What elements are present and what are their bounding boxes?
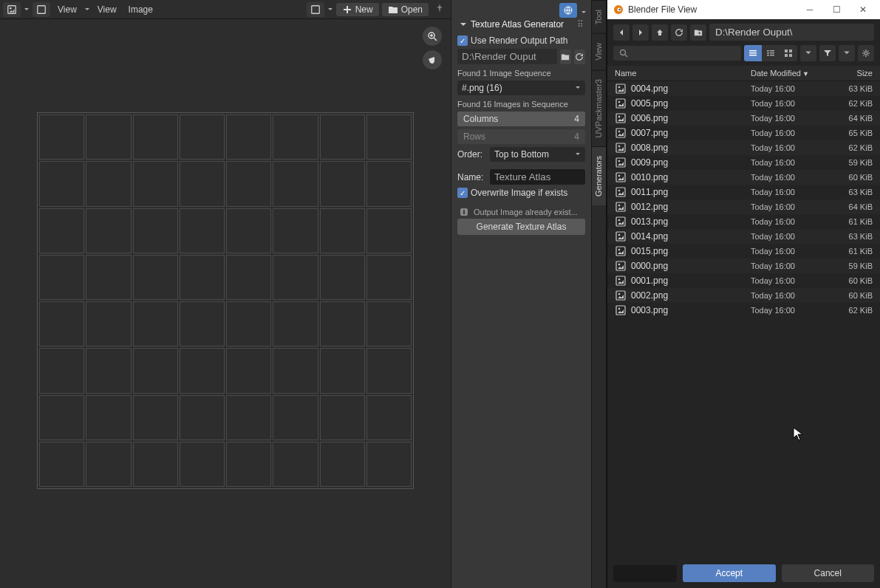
editor-type-icon[interactable] (3, 2, 21, 17)
svg-rect-14 (749, 52, 757, 54)
file-row[interactable]: 0006.png Today 16:00 64 KiB (607, 111, 880, 126)
file-size: 61 KiB (832, 247, 873, 256)
overwrite-label: Overwrite Image if exists (471, 188, 567, 198)
file-size: 59 KiB (832, 261, 873, 270)
chevron-down-icon (327, 7, 333, 13)
view-menu[interactable]: View (93, 3, 121, 16)
file-name: 0015.png (631, 246, 751, 256)
sequence-dropdown[interactable]: #.png (16) (457, 81, 585, 95)
column-size-header[interactable]: Size (832, 69, 873, 78)
name-input[interactable] (490, 169, 585, 185)
maximize-button[interactable]: ☐ (825, 2, 847, 17)
list-view-button[interactable] (744, 45, 762, 61)
file-row[interactable]: 0010.png Today 16:00 60 KiB (607, 170, 880, 185)
image-slot-icon[interactable] (33, 2, 50, 17)
svg-point-26 (864, 52, 867, 55)
order-dropdown[interactable]: Top to Bottom (490, 147, 585, 162)
file-date: Today 16:00 (751, 232, 832, 241)
file-row[interactable]: 0008.png Today 16:00 62 KiB (607, 140, 880, 155)
panel-header[interactable]: Texture Atlas Generator ⠿ (457, 16, 585, 33)
svg-rect-51 (616, 261, 625, 270)
plus-icon (342, 4, 352, 15)
tab-view[interactable]: View (592, 33, 606, 69)
svg-point-44 (618, 205, 621, 207)
svg-point-11 (618, 9, 620, 10)
forward-button[interactable] (632, 24, 649, 41)
refresh-button[interactable] (574, 49, 585, 64)
minimize-button[interactable]: ─ (799, 2, 821, 17)
column-name-header[interactable]: Name (615, 69, 751, 78)
up-button[interactable] (652, 24, 668, 41)
new-button[interactable]: New (336, 3, 379, 16)
file-row[interactable]: 0011.png Today 16:00 63 KiB (607, 185, 880, 199)
file-size: 62 KiB (832, 99, 873, 108)
file-row[interactable]: 0002.png Today 16:00 60 KiB (607, 288, 880, 303)
file-row[interactable]: 0005.png Today 16:00 62 KiB (607, 96, 880, 111)
svg-rect-15 (749, 55, 757, 56)
use-render-output-checkbox[interactable]: ✓ (457, 35, 468, 46)
path-input[interactable] (709, 24, 874, 41)
open-button-label: Open (401, 4, 423, 15)
file-row[interactable]: 0014.png Today 16:00 63 KiB (607, 229, 880, 244)
overwrite-checkbox[interactable]: ✓ (457, 188, 468, 198)
close-button[interactable]: ✕ (852, 2, 874, 17)
svg-rect-27 (616, 84, 625, 93)
accept-button[interactable]: Accept (683, 564, 776, 582)
back-button[interactable] (613, 24, 630, 41)
file-row[interactable]: 0004.png Today 16:00 63 KiB (607, 81, 880, 96)
file-row[interactable]: 0001.png Today 16:00 60 KiB (607, 273, 880, 288)
tab-generators[interactable]: Generators (592, 146, 606, 205)
file-row[interactable]: 0007.png Today 16:00 65 KiB (607, 126, 880, 140)
file-row[interactable]: 0013.png Today 16:00 61 KiB (607, 214, 880, 229)
output-path-input[interactable] (457, 49, 557, 64)
file-size: 60 KiB (832, 276, 873, 285)
svg-rect-35 (616, 143, 625, 152)
generate-button[interactable]: Generate Texture Atlas (457, 219, 585, 235)
viewport[interactable] (0, 19, 451, 588)
file-date: Today 16:00 (751, 306, 832, 315)
column-date-header[interactable]: Date Modified▼ (751, 69, 832, 78)
cancel-button[interactable]: Cancel (782, 564, 875, 582)
file-row[interactable]: 0003.png Today 16:00 62 KiB (607, 303, 880, 318)
file-date: Today 16:00 (751, 84, 832, 93)
display-options-button[interactable] (800, 45, 816, 61)
folder-icon (388, 4, 398, 15)
use-render-output-label: Use Render Output Path (471, 35, 567, 46)
file-list[interactable]: 0004.png Today 16:00 63 KiB 0005.png Tod… (607, 81, 880, 558)
filename-input[interactable] (613, 565, 677, 582)
view-dropdown[interactable]: View (53, 3, 81, 16)
file-row[interactable]: 0009.png Today 16:00 59 KiB (607, 155, 880, 170)
folder-browse-button[interactable] (560, 49, 571, 64)
search-input[interactable] (613, 46, 741, 61)
chevron-down-icon (581, 10, 587, 16)
file-row[interactable]: 0015.png Today 16:00 61 KiB (607, 244, 880, 259)
file-date: Today 16:00 (751, 276, 832, 285)
svg-rect-17 (770, 50, 774, 52)
image-menu[interactable]: Image (124, 3, 157, 16)
columns-field[interactable]: Columns 4 (457, 112, 585, 126)
detail-view-button[interactable] (762, 45, 780, 61)
file-browser-window: Blender File View ─ ☐ ✕ Name Date Modifi… (606, 0, 880, 588)
image-browser-icon[interactable] (307, 2, 324, 17)
panel-options-icon[interactable]: ⠿ (577, 19, 584, 30)
tab-tool[interactable]: Tool (592, 0, 606, 33)
file-row[interactable]: 0012.png Today 16:00 64 KiB (607, 199, 880, 214)
pan-tool[interactable] (423, 50, 442, 69)
settings-button[interactable] (858, 45, 874, 61)
globe-icon[interactable] (559, 3, 577, 18)
file-name: 0005.png (631, 98, 751, 109)
refresh-nav-button[interactable] (671, 24, 687, 41)
filter-button[interactable] (819, 45, 836, 61)
svg-point-58 (618, 308, 621, 310)
open-button[interactable]: Open (382, 3, 429, 16)
file-row[interactable]: 0000.png Today 16:00 59 KiB (607, 259, 880, 273)
new-folder-button[interactable] (690, 24, 706, 41)
image-file-icon (615, 260, 627, 272)
pin-icon[interactable] (432, 3, 448, 16)
filter-options-button[interactable] (839, 45, 855, 61)
thumbnail-view-button[interactable] (780, 45, 797, 61)
file-name: 0010.png (631, 172, 751, 182)
tab-uvpackmaster[interactable]: UVPackmaster3 (592, 69, 606, 146)
zoom-tool[interactable] (423, 27, 442, 46)
svg-rect-49 (616, 247, 625, 256)
